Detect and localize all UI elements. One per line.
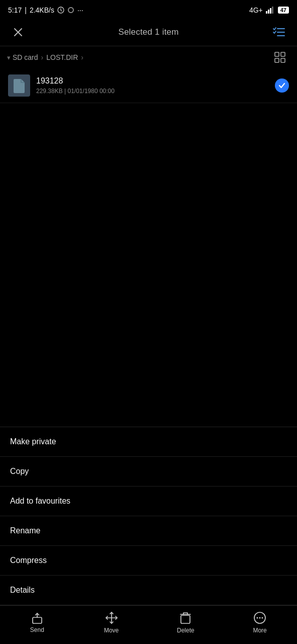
delete-label: Delete — [177, 627, 194, 634]
file-meta: 229.38KB | 01/01/1980 00:00 — [36, 88, 275, 95]
more-label: More — [253, 627, 266, 634]
svg-rect-15 — [33, 617, 42, 623]
clock-icon — [57, 7, 64, 14]
svg-rect-1 — [266, 11, 267, 14]
menu-item-details[interactable]: Details — [0, 576, 297, 605]
more-icon — [253, 611, 267, 625]
menu-item-rename[interactable]: Rename — [0, 516, 297, 546]
status-left: 5:17 | 2.4KB/s ··· — [8, 6, 83, 14]
send-label: Send — [30, 626, 44, 633]
menu-item-copy[interactable]: Copy — [0, 457, 297, 487]
send-button[interactable]: Send — [0, 611, 74, 633]
move-icon — [105, 611, 119, 625]
breadcrumb-path[interactable]: ▾ SD card › LOST.DIR › — [7, 53, 84, 61]
breadcrumb: ▾ SD card › LOST.DIR › — [0, 46, 297, 68]
file-info: 193128 229.38KB | 01/01/1980 00:00 — [36, 76, 275, 95]
breadcrumb-sep2: › — [81, 53, 83, 61]
svg-rect-16 — [181, 615, 190, 623]
network-type: 4G+ — [249, 6, 263, 14]
svg-rect-12 — [275, 58, 279, 62]
delete-icon — [178, 611, 192, 625]
svg-rect-10 — [275, 52, 279, 56]
network-speed: 2.4KB/s — [30, 6, 54, 14]
menu-item-make-private[interactable]: Make private — [0, 427, 297, 457]
bottom-toolbar: Send Move Delete — [0, 605, 297, 644]
svg-point-20 — [262, 617, 263, 619]
svg-rect-2 — [268, 10, 269, 14]
file-item[interactable]: 193128 229.38KB | 01/01/1980 00:00 — [0, 68, 297, 103]
time: 5:17 — [8, 6, 22, 14]
close-button[interactable] — [8, 22, 28, 42]
breadcrumb-folder: LOST.DIR — [46, 53, 78, 61]
checklist-button[interactable] — [269, 22, 289, 42]
file-icon — [8, 74, 30, 97]
signal-icon — [266, 7, 275, 14]
more-button[interactable]: More — [223, 611, 297, 634]
svg-rect-3 — [270, 8, 271, 14]
page-title: Selected 1 item — [118, 27, 178, 37]
content-spacer — [0, 103, 297, 427]
status-right: 4G+ 47 — [249, 6, 289, 14]
svg-point-18 — [257, 617, 258, 619]
top-bar: Selected 1 item — [0, 18, 297, 46]
file-selected-check — [275, 78, 289, 93]
breadcrumb-chevron-down: ▾ — [7, 54, 11, 61]
battery: 47 — [278, 7, 289, 14]
context-menu: Make private Copy Add to favourites Rena… — [0, 427, 297, 605]
breadcrumb-root: SD card — [13, 53, 38, 61]
steam-icon — [67, 7, 74, 14]
file-date: 01/01/1980 00:00 — [68, 88, 115, 95]
delete-button[interactable]: Delete — [149, 611, 223, 634]
svg-rect-11 — [281, 52, 285, 56]
breadcrumb-sep1: › — [41, 53, 44, 61]
divider: | — [25, 6, 27, 14]
svg-rect-13 — [281, 58, 285, 62]
view-toggle-button[interactable] — [270, 47, 290, 67]
ellipsis: ··· — [77, 6, 83, 14]
status-bar: 5:17 | 2.4KB/s ··· 4G+ 47 — [0, 0, 297, 18]
move-label: Move — [104, 627, 119, 634]
send-icon — [31, 611, 44, 624]
svg-point-19 — [259, 617, 261, 619]
move-button[interactable]: Move — [74, 611, 149, 634]
menu-item-add-favourites[interactable]: Add to favourites — [0, 487, 297, 516]
file-name: 193128 — [36, 76, 275, 86]
menu-item-compress[interactable]: Compress — [0, 546, 297, 576]
file-size: 229.38KB — [36, 88, 63, 95]
svg-rect-4 — [272, 7, 273, 14]
